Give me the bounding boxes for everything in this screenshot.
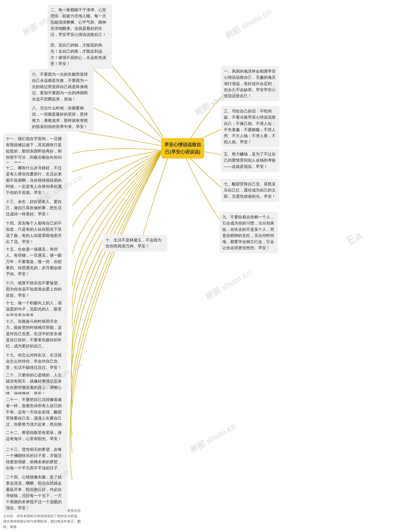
watermark-7: 树图 shutu.cn bbox=[188, 421, 238, 456]
node-6: 六、不要因为一次的失败而觉得自己永远都是失败，不要因为一次的错过而觉得自己就是终… bbox=[29, 69, 94, 104]
node-24-text: 二十四、心情就像衣服，脏了就拿去洗洗，晒晒，阳光自然就会蔓延开来，阳光都公好，何… bbox=[6, 475, 62, 510]
node-7: 七、酸甜苦辣自己尝、喜怒哀乐自己扛，愿你成为自己的太阳，无需凭借谁的光。早安！ bbox=[221, 179, 279, 202]
node-7-text: 七、酸甜苦辣自己尝、喜怒哀乐自己扛，愿你成为自己的太阳，无需凭借谁的光。早安！ bbox=[224, 182, 276, 199]
watermark-2: 树图 shutu.cn bbox=[223, 6, 273, 41]
node-18: 十八、在能奋斗的时候用尽全力，能改变的时候竭尽所能，这是对自己负责。生活中的安全… bbox=[3, 316, 68, 351]
node-19: 十九、你怎么对待生活，生活就会怎么对待你，学会对自己负责，生活不能得过且过。早安… bbox=[3, 350, 68, 373]
node-3-text: 三、写给自己的话：不吃闲饭、不看冷脸早安心情说说致自己；不掩己拙、不堪人短；不失… bbox=[224, 109, 276, 144]
node-5-text: 五、努力赚钱，是为了不让自己的爱情受到别人金钱的考验——这就是现实。早安！ bbox=[224, 152, 276, 169]
node-24: 二十四、心情就像衣服，脏了就拿去洗洗，晒晒，阳光自然就会蔓延开来，阳光都公好，何… bbox=[3, 472, 68, 513]
node-13: 十三、余生，好好爱家人、爱自己，做自己喜欢做的事，把生活过成诗一样美好。早安！ bbox=[3, 196, 68, 219]
node-3: 三、写给自己的话：不吃闲饭、不看冷脸早安心情说说致自己；不掩己拙、不堪人短；不失… bbox=[221, 106, 279, 147]
mindmap-container: 树图 shutu.cn 树图 shutu.cn 树图 shutu.cn 树图 s… bbox=[0, 0, 393, 532]
node-1-text: 一、风雨的魂灵终会相遇早安心情说说致自己，无趣的魂灵渐行渐远，美好或许会迟到，但… bbox=[224, 69, 276, 98]
node-10-text: 十、生活不是林黛玉，不会因为忧伤而风情万种。早安！ bbox=[106, 238, 162, 249]
node-22: 二十二、希望你眼里有星辰，身边有海洋，心里有阳光。早安！ bbox=[3, 427, 68, 444]
node-12: 十二、哪有什么岁月静好，不过是有人替你负重前行，生活从来都不容易啊，当你很得很容… bbox=[3, 163, 68, 198]
node-4: 四、花自己的钱，才能花的风光！走自己的路，才能走到远方！倔强不屈的心，永远炙热滚… bbox=[48, 40, 112, 69]
node-15-text: 十五、生命是一场遇见，有些人、有些物，一旦遇见，便一眼万年，不要着急，慢一些，你… bbox=[6, 247, 62, 276]
node-1: 一、风雨的魂灵终会相遇早安心情说说致自己，无趣的魂灵渐行渐远，美好或许会迟到，但… bbox=[221, 66, 279, 101]
node-11-text: 十一、我们混在宇宙间，一旦拥有我就难以放下，其实拥有只是短暂的，那些东西即使再好… bbox=[6, 137, 62, 166]
node-4-text: 四、花自己的钱，才能花的风光！走自己的路，才能走到远方！倔强不屈的心，永远炙热滚… bbox=[50, 43, 106, 66]
node-2-text: 二、每一夜都能干干净净、心安理得、筋疲力尽地入睡。每一天也能清清爽爽、心平气和、… bbox=[50, 8, 106, 37]
node-8: 八、无论什么时候，你都要相信，一切都是最好的安排，坚持努力，勇敢追求，那样就有突… bbox=[29, 103, 94, 132]
center-node: 早安心情说说致自己(早安心语说说) bbox=[161, 138, 204, 159]
node-16: 十六、就算不快乐也不要皱眉，因为你永远不知道谁会爱上你的笑容。早安！ bbox=[3, 278, 68, 301]
node-10: 十、生活不是林黛玉，不会因为忧伤而风情万种。早安！ bbox=[103, 235, 167, 252]
node-8-text: 八、无论什么时候，你都要相信，一切都是最好的安排，坚持努力，勇敢追求，那样就有突… bbox=[32, 106, 88, 129]
node-20-text: 二十、只要你的心是晴的，人生就没有雨天，就像好事情总是发生在那些微笑着的身上，调… bbox=[6, 373, 62, 396]
node-13-text: 十三、余生，好好爱家人、爱自己，做自己喜欢做的事，把生活过成诗一样美好。早安！ bbox=[6, 199, 62, 216]
node-9-text: 九、不要轻易去依赖一个人，它会成为你的习惯，当分别来临，你失去的不是某个人，而是… bbox=[222, 215, 274, 250]
node-6-text: 六、不要因为一次的失败而觉得自己永远都是失败，不要因为一次的错过而觉得自己就是终… bbox=[32, 72, 88, 101]
node-15: 十五、生命是一场遇见，有些人、有些物，一旦遇见，便一眼万年，不要着急，慢一些，你… bbox=[3, 244, 68, 279]
node-9: 九、不要轻易去依赖一个人，它会成为你的习惯，当分别来临，你失去的不是某个人，而是… bbox=[220, 212, 278, 253]
node-17-text: 十七、做一个积极向上的人，读温柔的句子，见阳光的人，眼里全是温柔与美意。 bbox=[6, 301, 62, 318]
node-18-text: 十八、在能奋斗的时候用尽全力，能改变的时候竭尽所能，这是对自己负责。生活中的安全… bbox=[6, 319, 62, 348]
center-text: 早安心情说说致自己(早安心语说说) bbox=[164, 142, 201, 154]
node-2: 二、每一夜都能干干净净、心安理得、筋疲力尽地入睡。每一天也能清清爽爽、心平气和、… bbox=[48, 5, 112, 40]
node-14-text: 十四、其实每个人都有自己的不知道，只是有的人站在阳光下笑花了脸，有的人却笼罩暗地… bbox=[6, 221, 62, 244]
node-16-text: 十六、就算不快乐也不要皱眉，因为你永远不知道谁会爱上你的笑容。早安！ bbox=[6, 281, 62, 298]
node-19-text: 十九、你怎么对待生活，生活就会怎么对待你，学会对自己负责，生活不能得过且过。早安… bbox=[6, 353, 62, 370]
node-22-text: 二十二、希望你眼里有星辰，身边有海洋，心里有阳光。早安！ bbox=[6, 430, 62, 441]
watermark-ea: Ea bbox=[344, 228, 364, 248]
node-5: 五、努力赚钱，是为了不让自己的爱情受到别人金钱的考验——这就是现实。早安！ bbox=[221, 149, 279, 172]
node-12-text: 十二、哪有什么岁月静好，不过是有人替你负重前行，生活从来都不容易啊，当你很得很容… bbox=[6, 166, 62, 195]
watermark-5: 树图 shutu.cn bbox=[203, 267, 253, 302]
node-14: 十四、其实每个人都有自己的不知道，只是有的人站在阳光下笑花了脸，有的人却笼罩暗地… bbox=[3, 218, 68, 247]
